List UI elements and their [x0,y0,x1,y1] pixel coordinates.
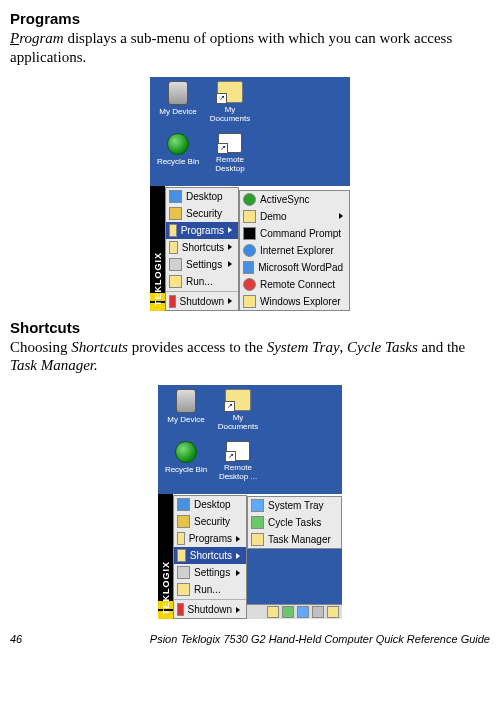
shortcuts-icon [169,241,178,254]
submenu-system-tray[interactable]: System Tray [248,497,341,514]
my-device-label: My Device [160,415,212,424]
desktop-icon [177,498,190,511]
heading-shortcuts: Shortcuts [10,319,490,336]
brand-text: TEKLOGIX [153,252,163,306]
remote-desktop-icon[interactable]: ↗ [218,133,242,153]
programs-icon [177,532,185,545]
submenu-internet-explorer[interactable]: Internet Explorer [240,242,349,259]
remote-connect-icon [243,278,256,291]
my-documents-icon[interactable]: ↗ [217,81,243,103]
wordpad-icon [243,261,254,274]
para-shortcuts: Choosing Shortcuts provides access to th… [10,338,490,376]
menu-item-desktop[interactable]: Desktop [166,188,238,205]
tray-icon-5[interactable] [327,606,339,618]
tray-icon [251,499,264,512]
menu-item-security[interactable]: Security [174,513,246,530]
chevron-right-icon [236,607,240,613]
my-documents-label: My Documents [204,105,256,123]
lock-icon [169,207,182,220]
chevron-right-icon [228,227,232,233]
menu-item-settings[interactable]: Settings [174,564,246,581]
menu-item-desktop[interactable]: Desktop [174,496,246,513]
menu-item-shortcuts[interactable]: Shortcuts [174,547,246,564]
gear-icon [169,258,182,271]
page-number: 46 [10,633,22,645]
footer-title: Psion Teklogix 7530 G2 Hand-Held Compute… [150,633,490,645]
para-programs-rest: displays a sub-menu of options with whic… [10,30,452,65]
menu-item-programs[interactable]: Programs [174,530,246,547]
tray-icon-2[interactable] [282,606,294,618]
my-device-icon[interactable] [176,389,196,413]
submenu-demo[interactable]: Demo [240,208,349,225]
recycle-bin-icon[interactable] [167,133,189,155]
recycle-bin-icon[interactable] [175,441,197,463]
heading-programs: Programs [10,10,490,27]
screenshot-shortcuts: My Device ↗ My Documents Recycle Bin ↗ R… [158,385,342,619]
remote-desktop-icon[interactable]: ↗ [226,441,250,461]
sync-icon [243,193,256,206]
cycle-icon [251,516,264,529]
submenu-cycle-tasks[interactable]: Cycle Tasks [248,514,341,531]
gear-icon [177,566,190,579]
submenu-activesync[interactable]: ActiveSync [240,191,349,208]
submenu-wordpad[interactable]: Microsoft WordPad [240,259,349,276]
my-documents-label: My Documents [212,413,264,431]
task-manager-icon [251,533,264,546]
screenshot-programs: My Device ↗ My Documents Recycle Bin ↗ R… [150,77,350,311]
menu-item-shortcuts[interactable]: Shortcuts [166,239,238,256]
programs-submenu: ActiveSync Demo Command Prompt Internet … [239,190,350,311]
recycle-bin-label: Recycle Bin [152,157,204,166]
brand-bar: TEKLOGIX [158,494,173,619]
power-icon [169,295,176,308]
folder-icon [243,210,256,223]
para-programs: Program displays a sub-menu of options w… [10,29,490,67]
programs-icon [169,224,177,237]
brand-bar: TEKLOGIX [150,186,165,311]
run-icon [169,275,182,288]
terminal-icon [243,227,256,240]
my-documents-icon[interactable]: ↗ [225,389,251,411]
start-menu: Desktop Security Programs Shortcuts Sett… [173,495,247,619]
para-programs-italic: Program [10,30,64,46]
submenu-windows-explorer[interactable]: Windows Explorer [240,293,349,310]
chevron-right-icon [228,298,232,304]
my-device-icon[interactable] [168,81,188,105]
submenu-command-prompt[interactable]: Command Prompt [240,225,349,242]
menu-item-programs[interactable]: Programs [166,222,238,239]
remote-desktop-label: Remote Desktop [204,155,256,173]
power-icon [177,603,184,616]
tray-icon-4[interactable] [312,606,324,618]
chevron-right-icon [228,261,232,267]
taskbar [247,604,342,619]
chevron-right-icon [228,244,232,250]
page-footer: 46 Psion Teklogix 7530 G2 Hand-Held Comp… [10,633,490,645]
shortcuts-icon [177,549,186,562]
explorer-icon [243,295,256,308]
chevron-right-icon [236,536,240,542]
submenu-remote-connect[interactable]: Remote Connect [240,276,349,293]
tray-icon-3[interactable] [297,606,309,618]
brand-text: TEKLOGIX [161,561,171,615]
menu-item-shutdown[interactable]: Shutdown [166,293,238,310]
submenu-task-manager[interactable]: Task Manager [248,531,341,548]
chevron-right-icon [339,213,343,219]
menu-item-run[interactable]: Run... [166,273,238,290]
my-device-label: My Device [152,107,204,116]
chevron-right-icon [236,553,240,559]
chevron-right-icon [236,570,240,576]
ie-icon [243,244,256,257]
desktop-icon [169,190,182,203]
menu-item-run[interactable]: Run... [174,581,246,598]
menu-item-security[interactable]: Security [166,205,238,222]
remote-desktop-label: Remote Desktop ... [212,463,264,481]
lock-icon [177,515,190,528]
menu-item-shutdown[interactable]: Shutdown [174,601,246,618]
tray-icon-1[interactable] [267,606,279,618]
menu-item-settings[interactable]: Settings [166,256,238,273]
run-icon [177,583,190,596]
shortcuts-submenu: System Tray Cycle Tasks Task Manager [247,496,342,549]
recycle-bin-label: Recycle Bin [160,465,212,474]
start-menu: Desktop Security Programs Shortcuts Sett… [165,187,239,311]
